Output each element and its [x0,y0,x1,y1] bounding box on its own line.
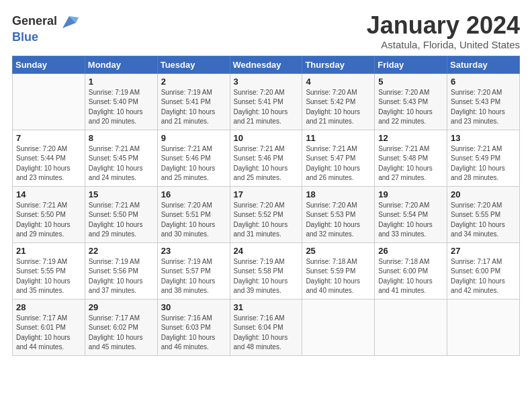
day-cell: 5Sunrise: 7:20 AMSunset: 5:43 PMDaylight… [375,73,447,130]
day-number: 26 [378,246,443,256]
day-info: Sunrise: 7:21 AMSunset: 5:46 PMDaylight:… [234,144,299,183]
day-cell: 12Sunrise: 7:21 AMSunset: 5:48 PMDayligh… [375,130,447,186]
day-info: Sunrise: 7:20 AMSunset: 5:43 PMDaylight:… [378,88,443,127]
day-info: Sunrise: 7:16 AMSunset: 6:03 PMDaylight:… [161,314,226,353]
day-cell: 31Sunrise: 7:16 AMSunset: 6:04 PMDayligh… [230,299,302,355]
day-info: Sunrise: 7:21 AMSunset: 5:48 PMDaylight:… [378,144,443,183]
week-row-2: 7Sunrise: 7:20 AMSunset: 5:44 PMDaylight… [13,130,520,186]
day-info: Sunrise: 7:20 AMSunset: 5:53 PMDaylight:… [306,201,371,240]
day-cell: 26Sunrise: 7:18 AMSunset: 6:00 PMDayligh… [375,242,447,299]
day-cell: 2Sunrise: 7:19 AMSunset: 5:41 PMDaylight… [157,73,230,130]
day-cell: 14Sunrise: 7:21 AMSunset: 5:50 PMDayligh… [13,186,85,242]
day-number: 14 [16,189,81,199]
day-info: Sunrise: 7:16 AMSunset: 6:04 PMDaylight:… [234,314,299,353]
day-info: Sunrise: 7:21 AMSunset: 5:50 PMDaylight:… [16,201,81,240]
day-info: Sunrise: 7:21 AMSunset: 5:50 PMDaylight:… [89,201,154,240]
day-cell: 3Sunrise: 7:20 AMSunset: 5:41 PMDaylight… [230,73,302,130]
day-cell: 19Sunrise: 7:20 AMSunset: 5:54 PMDayligh… [375,186,447,242]
week-row-3: 14Sunrise: 7:21 AMSunset: 5:50 PMDayligh… [13,186,520,242]
day-number: 6 [451,77,516,87]
day-number: 9 [161,133,226,143]
day-info: Sunrise: 7:19 AMSunset: 5:55 PMDaylight:… [16,257,81,296]
day-info: Sunrise: 7:21 AMSunset: 5:47 PMDaylight:… [306,144,371,183]
col-header-monday: Monday [85,56,157,73]
day-number: 21 [16,246,81,256]
day-number: 7 [16,133,81,143]
day-info: Sunrise: 7:18 AMSunset: 5:59 PMDaylight:… [306,257,371,296]
day-number: 22 [89,246,154,256]
day-cell: 16Sunrise: 7:20 AMSunset: 5:51 PMDayligh… [157,186,230,242]
col-header-friday: Friday [375,56,447,73]
logo-text: General [12,15,57,28]
day-number: 16 [161,189,226,199]
day-info: Sunrise: 7:19 AMSunset: 5:56 PMDaylight:… [89,257,154,296]
calendar-table: SundayMondayTuesdayWednesdayThursdayFrid… [12,56,520,356]
day-number: 15 [89,189,154,199]
week-row-4: 21Sunrise: 7:19 AMSunset: 5:55 PMDayligh… [13,242,520,299]
day-cell: 28Sunrise: 7:17 AMSunset: 6:01 PMDayligh… [13,299,85,355]
day-cell: 13Sunrise: 7:21 AMSunset: 5:49 PMDayligh… [447,130,520,186]
day-cell: 30Sunrise: 7:16 AMSunset: 6:03 PMDayligh… [157,299,230,355]
day-number: 30 [161,302,226,312]
day-number: 17 [234,189,299,199]
day-cell: 18Sunrise: 7:20 AMSunset: 5:53 PMDayligh… [302,186,375,242]
day-info: Sunrise: 7:20 AMSunset: 5:55 PMDaylight:… [451,201,516,240]
day-number: 2 [161,77,226,87]
day-number: 18 [306,189,371,199]
day-info: Sunrise: 7:19 AMSunset: 5:41 PMDaylight:… [161,88,226,127]
day-info: Sunrise: 7:20 AMSunset: 5:42 PMDaylight:… [306,88,371,127]
day-number: 8 [89,133,154,143]
day-cell: 29Sunrise: 7:17 AMSunset: 6:02 PMDayligh… [85,299,157,355]
calendar-subtitle: Astatula, Florida, United States [367,39,520,50]
day-number: 24 [234,246,299,256]
col-header-tuesday: Tuesday [157,56,230,73]
col-header-thursday: Thursday [302,56,375,73]
day-number: 10 [234,133,299,143]
day-cell: 11Sunrise: 7:21 AMSunset: 5:47 PMDayligh… [302,130,375,186]
day-number: 31 [234,302,299,312]
day-cell: 4Sunrise: 7:20 AMSunset: 5:42 PMDaylight… [302,73,375,130]
day-number: 12 [378,133,443,143]
day-info: Sunrise: 7:17 AMSunset: 6:02 PMDaylight:… [89,314,154,353]
col-header-wednesday: Wednesday [230,56,302,73]
day-number: 5 [378,77,443,87]
day-number: 4 [306,77,371,87]
day-cell: 6Sunrise: 7:20 AMSunset: 5:43 PMDaylight… [447,73,520,130]
day-number: 27 [451,246,516,256]
day-number: 20 [451,189,516,199]
day-number: 3 [234,77,299,87]
day-number: 23 [161,246,226,256]
day-info: Sunrise: 7:19 AMSunset: 5:58 PMDaylight:… [234,257,299,296]
day-info: Sunrise: 7:21 AMSunset: 5:46 PMDaylight:… [161,144,226,183]
day-cell: 7Sunrise: 7:20 AMSunset: 5:44 PMDaylight… [13,130,85,186]
day-cell: 25Sunrise: 7:18 AMSunset: 5:59 PMDayligh… [302,242,375,299]
day-info: Sunrise: 7:18 AMSunset: 6:00 PMDaylight:… [378,257,443,296]
week-row-5: 28Sunrise: 7:17 AMSunset: 6:01 PMDayligh… [13,299,520,355]
day-info: Sunrise: 7:19 AMSunset: 5:40 PMDaylight:… [89,88,154,127]
week-row-1: 1Sunrise: 7:19 AMSunset: 5:40 PMDaylight… [13,73,520,130]
day-info: Sunrise: 7:20 AMSunset: 5:43 PMDaylight:… [451,88,516,127]
day-info: Sunrise: 7:20 AMSunset: 5:41 PMDaylight:… [234,88,299,127]
day-number: 28 [16,302,81,312]
day-cell: 27Sunrise: 7:17 AMSunset: 6:00 PMDayligh… [447,242,520,299]
day-info: Sunrise: 7:20 AMSunset: 5:44 PMDaylight:… [16,144,81,183]
day-info: Sunrise: 7:21 AMSunset: 5:49 PMDaylight:… [451,144,516,183]
day-info: Sunrise: 7:20 AMSunset: 5:51 PMDaylight:… [161,201,226,240]
day-cell: 21Sunrise: 7:19 AMSunset: 5:55 PMDayligh… [13,242,85,299]
day-info: Sunrise: 7:17 AMSunset: 6:01 PMDaylight:… [16,314,81,353]
day-number: 29 [89,302,154,312]
day-cell: 15Sunrise: 7:21 AMSunset: 5:50 PMDayligh… [85,186,157,242]
day-cell [302,299,375,355]
logo-line2: Blue [12,31,79,44]
day-cell: 24Sunrise: 7:19 AMSunset: 5:58 PMDayligh… [230,242,302,299]
calendar-title: January 2024 [367,12,520,39]
day-number: 25 [306,246,371,256]
day-number: 11 [306,133,371,143]
logo: General Blue [12,12,79,44]
day-cell: 8Sunrise: 7:21 AMSunset: 5:45 PMDaylight… [85,130,157,186]
header-row: SundayMondayTuesdayWednesdayThursdayFrid… [13,56,520,73]
title-block: January 2024 Astatula, Florida, United S… [367,12,520,50]
day-cell: 23Sunrise: 7:19 AMSunset: 5:57 PMDayligh… [157,242,230,299]
day-number: 13 [451,133,516,143]
day-cell [375,299,447,355]
